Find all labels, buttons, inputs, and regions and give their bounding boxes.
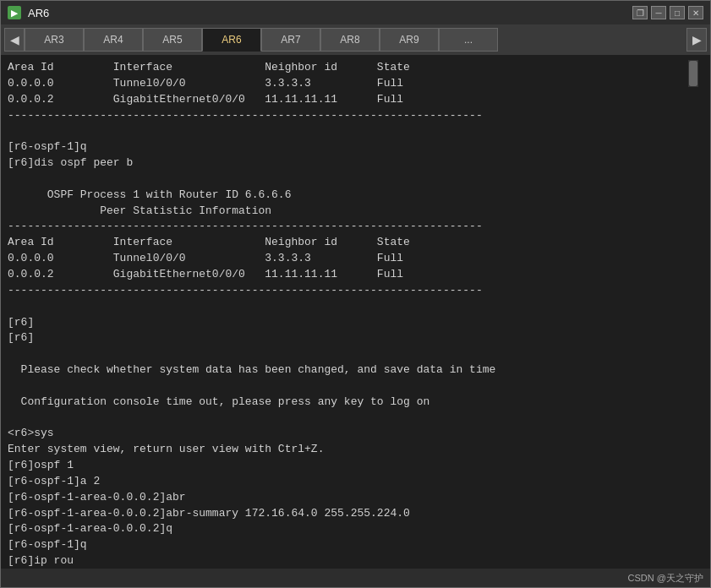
tab-ar5[interactable]: AR5 xyxy=(143,28,202,52)
tab-ar9[interactable]: AR9 xyxy=(380,28,439,52)
main-window: ▶ AR6 ❐ ─ □ ✕ ◀ AR3 AR4 AR5 AR6 AR7 AR8 … xyxy=(0,0,711,588)
tab-next-button[interactable]: ▶ xyxy=(686,28,707,52)
tab-ar6[interactable]: AR6 xyxy=(202,28,261,52)
tab-ar7[interactable]: AR7 xyxy=(261,28,320,52)
tab-ar8[interactable]: AR8 xyxy=(320,28,380,52)
title-bar: ▶ AR6 ❐ ─ □ ✕ xyxy=(1,1,710,24)
maximize-button[interactable]: □ xyxy=(670,6,685,19)
restore-button[interactable]: ❐ xyxy=(632,6,648,19)
terminal-area[interactable]: Area Id Interface Neighbor id State 0.0.… xyxy=(1,55,710,569)
tab-more[interactable]: ... xyxy=(439,28,498,52)
title-bar-buttons: ❐ ─ □ ✕ xyxy=(632,6,703,19)
tab-prev-button[interactable]: ◀ xyxy=(4,28,25,52)
window-title: AR6 xyxy=(28,7,626,19)
minimize-button[interactable]: ─ xyxy=(651,6,666,19)
tab-bar: ◀ AR3 AR4 AR5 AR6 AR7 AR8 AR9 ... ▶ xyxy=(1,24,710,55)
scrollbar-track[interactable] xyxy=(688,60,698,87)
tabs-container: AR3 AR4 AR5 AR6 AR7 AR8 AR9 ... xyxy=(25,28,686,52)
window-icon: ▶ xyxy=(8,6,21,19)
close-button[interactable]: ✕ xyxy=(688,6,703,19)
tab-ar4[interactable]: AR4 xyxy=(84,28,143,52)
terminal-content: Area Id Interface Neighbor id State 0.0.… xyxy=(8,60,698,569)
scrollbar-thumb[interactable] xyxy=(689,61,697,86)
status-bar: CSDN @天之守护 xyxy=(1,569,710,587)
tab-ar3[interactable]: AR3 xyxy=(25,28,84,52)
status-text: CSDN @天之守护 xyxy=(628,572,703,585)
